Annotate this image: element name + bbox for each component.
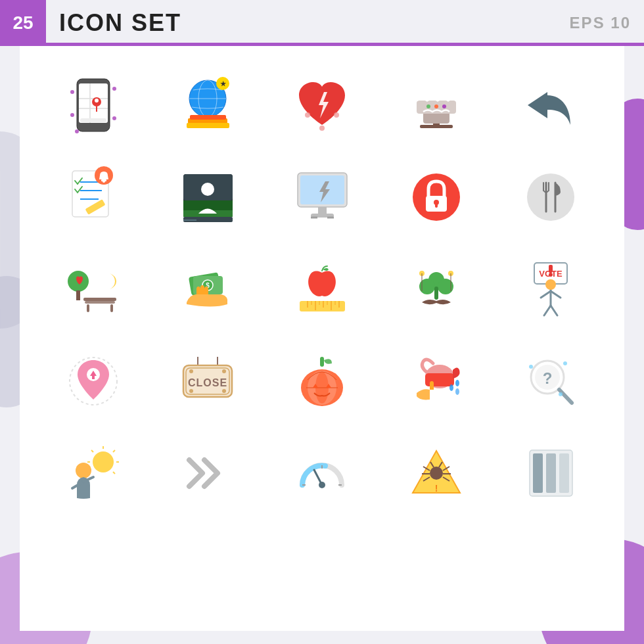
svg-point-131 bbox=[559, 392, 563, 396]
svg-point-24 bbox=[319, 126, 325, 131]
svg-point-31 bbox=[442, 104, 446, 108]
svg-line-136 bbox=[113, 472, 115, 474]
svg-text:CLOSE: CLOSE bbox=[188, 377, 227, 388]
svg-point-148 bbox=[430, 467, 443, 480]
svg-point-123 bbox=[449, 384, 453, 391]
svg-rect-64 bbox=[76, 290, 80, 300]
icon-pumpkin bbox=[268, 342, 376, 421]
icon-speedometer bbox=[268, 434, 376, 513]
icon-grid: ★ bbox=[39, 66, 605, 513]
svg-point-112 bbox=[189, 389, 193, 393]
svg-rect-161 bbox=[559, 453, 569, 493]
svg-point-30 bbox=[426, 104, 430, 108]
svg-rect-65 bbox=[83, 298, 116, 301]
badge: 25 bbox=[0, 0, 46, 46]
svg-point-110 bbox=[189, 369, 193, 373]
icon-restaurant bbox=[497, 158, 605, 237]
svg-point-23 bbox=[334, 112, 339, 118]
svg-line-98 bbox=[544, 306, 551, 315]
header-bar bbox=[0, 43, 644, 46]
svg-rect-67 bbox=[87, 304, 89, 312]
svg-rect-114 bbox=[320, 357, 324, 367]
page-title: ICON SET bbox=[59, 9, 181, 37]
svg-point-29 bbox=[434, 104, 438, 108]
icon-money-hand: $ bbox=[154, 250, 262, 329]
icon-reply bbox=[497, 66, 605, 145]
svg-rect-121 bbox=[425, 373, 454, 386]
svg-point-9 bbox=[112, 87, 116, 91]
svg-line-99 bbox=[551, 306, 557, 315]
eps-label: EPS 10 bbox=[570, 14, 631, 32]
svg-point-11 bbox=[112, 116, 116, 120]
svg-rect-160 bbox=[546, 453, 556, 493]
svg-rect-68 bbox=[110, 304, 113, 312]
svg-point-113 bbox=[222, 389, 226, 393]
main-content: ★ bbox=[20, 46, 624, 631]
svg-line-143 bbox=[314, 470, 322, 485]
svg-text:?: ? bbox=[543, 369, 553, 387]
svg-point-100 bbox=[545, 279, 556, 290]
svg-text:★: ★ bbox=[219, 80, 226, 87]
svg-rect-50 bbox=[318, 207, 327, 214]
svg-point-139 bbox=[76, 463, 91, 478]
svg-point-6 bbox=[95, 99, 99, 103]
svg-rect-159 bbox=[533, 453, 543, 493]
icon-heart bbox=[268, 66, 376, 145]
svg-point-12 bbox=[75, 129, 79, 133]
svg-point-122 bbox=[455, 380, 459, 386]
svg-text:!: ! bbox=[434, 483, 438, 494]
svg-point-129 bbox=[529, 365, 533, 369]
svg-point-10 bbox=[70, 113, 74, 117]
svg-point-58 bbox=[527, 173, 574, 221]
icon-vote: VOTE bbox=[497, 250, 605, 329]
icon-cake bbox=[382, 66, 490, 145]
svg-line-128 bbox=[559, 390, 572, 403]
svg-rect-86 bbox=[434, 287, 438, 300]
svg-rect-73 bbox=[300, 301, 345, 311]
svg-rect-104 bbox=[92, 376, 95, 379]
icon-bug-warning: ! bbox=[382, 434, 490, 513]
svg-rect-18 bbox=[187, 123, 229, 128]
icon-sunny-person bbox=[39, 434, 147, 513]
svg-rect-7 bbox=[80, 118, 106, 122]
icon-search-question: ? bbox=[497, 342, 605, 421]
header: 25 ICON SET EPS 10 bbox=[0, 0, 644, 46]
icon-lock bbox=[382, 158, 490, 237]
icon-close-sign: CLOSE bbox=[154, 342, 262, 421]
svg-point-124 bbox=[455, 388, 459, 395]
svg-rect-93 bbox=[549, 265, 553, 273]
svg-point-22 bbox=[305, 112, 310, 118]
svg-point-94 bbox=[549, 273, 553, 277]
icon-checklist bbox=[39, 158, 147, 237]
icon-education-globe: ★ bbox=[154, 66, 262, 145]
svg-line-97 bbox=[551, 291, 561, 298]
svg-rect-66 bbox=[85, 301, 115, 304]
svg-line-96 bbox=[541, 291, 551, 298]
svg-point-8 bbox=[70, 90, 74, 94]
icon-st-patricks bbox=[382, 250, 490, 329]
svg-rect-57 bbox=[435, 204, 438, 208]
svg-line-134 bbox=[113, 450, 115, 452]
icon-park bbox=[39, 250, 147, 329]
icon-monitor bbox=[268, 158, 376, 237]
svg-line-137 bbox=[91, 450, 93, 452]
svg-point-130 bbox=[563, 361, 567, 365]
icon-double-chevron bbox=[154, 434, 262, 513]
icon-watering bbox=[382, 342, 490, 421]
icon-landscape bbox=[154, 158, 262, 237]
svg-point-111 bbox=[222, 369, 226, 373]
svg-point-132 bbox=[93, 451, 114, 472]
icon-apple-measure bbox=[268, 250, 376, 329]
svg-point-44 bbox=[201, 183, 214, 196]
icon-location-pin bbox=[39, 342, 147, 421]
icon-mobile-map bbox=[39, 66, 147, 145]
svg-rect-17 bbox=[190, 115, 226, 120]
icon-panel bbox=[497, 434, 605, 513]
svg-point-39 bbox=[103, 180, 105, 183]
